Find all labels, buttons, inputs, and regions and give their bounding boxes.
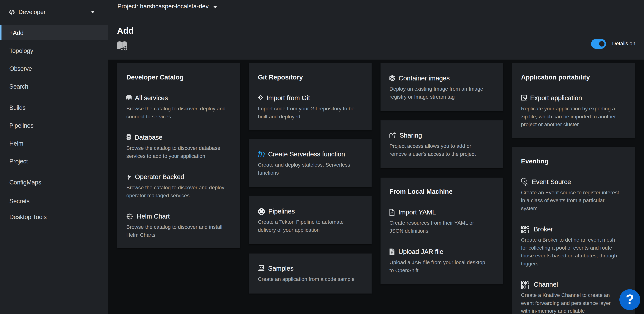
svg-text:HELM: HELM — [128, 216, 132, 218]
